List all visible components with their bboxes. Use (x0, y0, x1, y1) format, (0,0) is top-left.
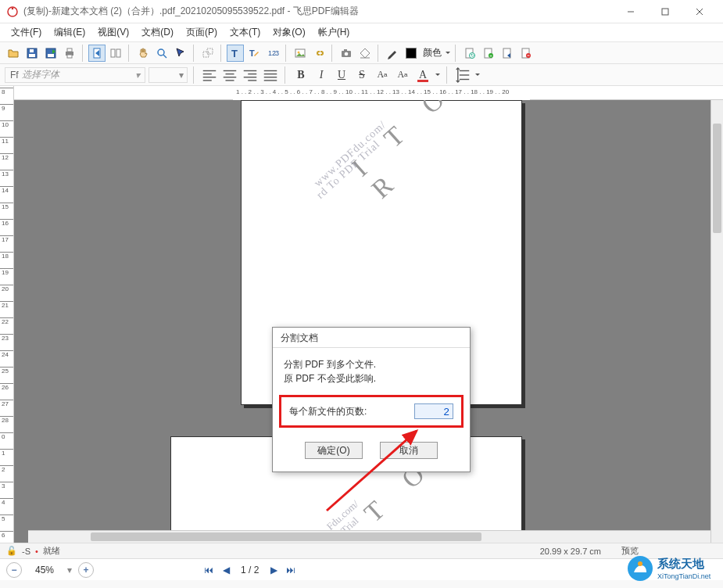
page-add-icon[interactable]: + (480, 45, 497, 62)
zoom-tool-icon[interactable] (153, 45, 170, 62)
underline-button[interactable]: U (333, 66, 350, 84)
text-edit-icon[interactable]: T (245, 45, 263, 62)
zoom-dropdown-icon[interactable]: ▾ (67, 565, 72, 575)
ok-button[interactable]: 确定(O) (305, 442, 363, 459)
cancel-button[interactable]: 取消 (380, 442, 438, 459)
svg-rect-12 (67, 48, 72, 52)
svg-text:T: T (231, 48, 238, 59)
superscript-button[interactable]: Aa (374, 66, 391, 84)
svg-text:XiTongTianDi.net: XiTongTianDi.net (657, 572, 711, 580)
close-button[interactable] (682, 1, 717, 23)
next-page-button[interactable]: ▶ (267, 563, 281, 577)
pen-tool-icon[interactable] (384, 45, 401, 62)
font-selector[interactable]: Ff 选择字体 ▾ (5, 67, 145, 83)
svg-text:系统天地: 系统天地 (657, 557, 705, 570)
svg-point-1 (12, 7, 14, 9)
align-right-icon[interactable] (242, 66, 259, 84)
svg-rect-13 (67, 55, 72, 58)
first-page-button[interactable]: ⏮ (202, 563, 216, 577)
page-extract-icon[interactable] (499, 45, 516, 62)
text-color-dropdown-icon[interactable] (435, 66, 441, 84)
horizontal-scrollbar[interactable] (28, 530, 710, 543)
color-dropdown-icon[interactable] (445, 45, 451, 62)
text-spacing-icon[interactable]: 123 (264, 45, 281, 62)
hruler-ticks: 1 . . 2 . . 3 . . 4 . . 5 . . 6 . . 7 . … (233, 88, 530, 95)
pages-per-file-input[interactable] (414, 403, 453, 419)
two-page-icon[interactable] (107, 45, 124, 62)
page-layout-icon[interactable] (88, 45, 106, 62)
page-indicator: 1 / 2 (236, 565, 263, 575)
print-icon[interactable] (61, 45, 78, 62)
menu-account[interactable]: 帐户(H) (312, 23, 356, 41)
window-controls (614, 1, 717, 23)
svg-point-64 (638, 561, 642, 566)
text-tool-icon[interactable]: T (227, 45, 244, 62)
color-swatch[interactable] (403, 45, 420, 62)
window-title: (复制)-新建文本文档 (2)（合并）.pdf_2021020509553952… (23, 5, 614, 18)
menu-view[interactable]: 视图(V) (91, 23, 135, 41)
dialog-field-label: 每个新文件的页数: (289, 405, 367, 418)
zoom-value[interactable]: 45% (28, 565, 61, 575)
page-insert-icon[interactable]: ↻ (461, 45, 478, 62)
link-tool-icon[interactable] (310, 45, 327, 62)
scrollbar-thumb[interactable] (713, 124, 721, 233)
save-icon[interactable] (23, 45, 41, 62)
menu-edit[interactable]: 编辑(E) (48, 23, 91, 41)
strike-button[interactable]: S (353, 66, 370, 84)
save-as-icon[interactable] (42, 45, 59, 62)
zoom-bar: − 45% ▾ + ⏮ ◀ 1 / 2 ▶ ⏭ (0, 558, 723, 580)
menu-object[interactable]: 对象(O) (267, 23, 311, 41)
maximize-button[interactable] (648, 1, 682, 23)
dialog-field-row: 每个新文件的页数: (279, 395, 464, 428)
bold-button[interactable]: B (292, 66, 310, 84)
last-page-button[interactable]: ⏭ (284, 563, 298, 577)
lock-suffix: -S (22, 547, 30, 556)
prev-page-button[interactable]: ◀ (219, 563, 233, 577)
svg-rect-30 (344, 49, 347, 52)
snapshot-icon[interactable] (338, 45, 355, 62)
line-spacing-icon[interactable] (454, 66, 471, 84)
menu-page[interactable]: 页面(P) (180, 23, 224, 41)
italic-button[interactable]: I (313, 66, 330, 84)
dialog-title: 分割文档 (273, 328, 470, 348)
title-bar: (复制)-新建文本文档 (2)（合并）.pdf_2021020509553952… (0, 0, 723, 23)
shape-tool-icon[interactable] (356, 45, 374, 62)
font-size-selector[interactable]: ▾ (149, 67, 188, 83)
main-toolbar: T T 123 颜色 ↻ + (0, 42, 723, 64)
vertical-scrollbar[interactable] (710, 100, 723, 543)
format-toolbar: Ff 选择字体 ▾ ▾ B I U S Aa Aa A (0, 64, 723, 86)
align-justify-icon[interactable] (262, 66, 279, 84)
menu-bar: 文件(F) 编辑(E) 视图(V) 文档(D) 页面(P) 文本(T) 对象(O… (0, 23, 723, 42)
document-canvas[interactable]: I T O R www.PDFdu.com/ rd To PDF Trial T… (14, 100, 723, 543)
edit-object-icon[interactable] (199, 45, 217, 62)
horizontal-ruler-wrap: 1 . . 2 . . 3 . . 4 . . 5 . . 6 . . 7 . … (14, 86, 723, 100)
svg-point-29 (345, 52, 349, 56)
svg-rect-7 (29, 54, 35, 57)
image-tool-icon[interactable] (292, 45, 309, 62)
select-tool-icon[interactable] (172, 45, 189, 62)
zoom-out-button[interactable]: − (6, 562, 22, 578)
svg-rect-3 (662, 9, 668, 15)
open-icon[interactable] (5, 45, 22, 62)
zoom-in-button[interactable]: + (78, 562, 94, 578)
subscript-button[interactable]: Aa (394, 66, 411, 84)
menu-text[interactable]: 文本(T) (224, 23, 267, 41)
menu-file[interactable]: 文件(F) (5, 23, 48, 41)
color-label: 颜色 (423, 46, 442, 59)
scrollbar-thumb[interactable] (91, 532, 481, 541)
dialog-line1: 分割 PDF 到多个文件. (284, 357, 459, 371)
svg-text:3: 3 (275, 49, 279, 57)
menu-document[interactable]: 文档(D) (135, 23, 180, 41)
page-navigator: ⏮ ◀ 1 / 2 ▶ ⏭ (202, 563, 298, 577)
svg-text:+: + (489, 53, 492, 58)
status-bar: 🔓 -S • 就绪 20.99 x 29.7 cm 预览 (0, 543, 723, 558)
hand-tool-icon[interactable] (134, 45, 152, 62)
page-delete-icon[interactable] (517, 45, 535, 62)
align-center-icon[interactable] (221, 66, 238, 84)
text-color-button[interactable]: A (414, 66, 431, 84)
svg-rect-15 (111, 49, 115, 57)
svg-rect-16 (116, 49, 120, 57)
align-left-icon[interactable] (201, 66, 218, 84)
line-spacing-dropdown-icon[interactable] (474, 66, 481, 84)
minimize-button[interactable] (614, 1, 648, 23)
